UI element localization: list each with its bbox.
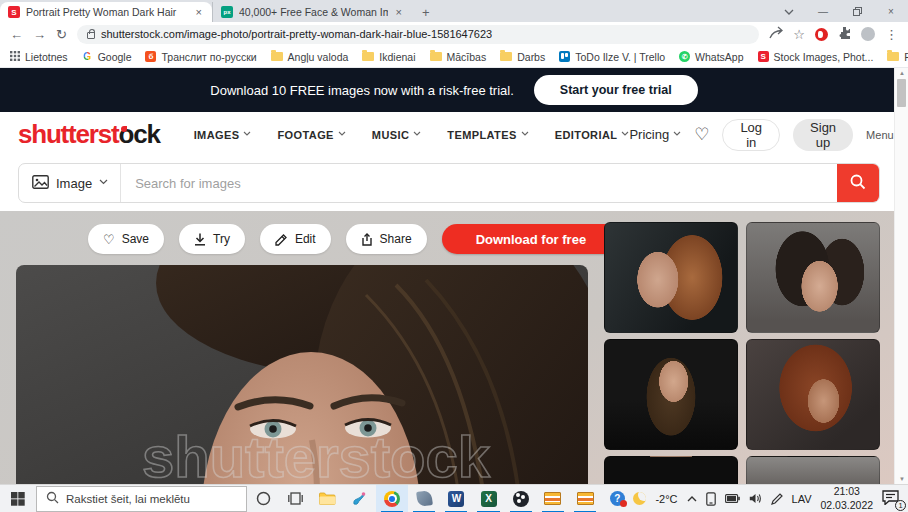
vertical-scrollbar[interactable]: ▲ ▼ [894,68,908,484]
google-icon: G [82,51,93,62]
main-nav: IMAGES FOOTAGE MUSIC TEMPLATES EDITORIAL [194,129,630,141]
bookmark-folder-macibas[interactable]: Mācības [430,51,487,63]
share-button[interactable]: Share [346,224,427,254]
app-icon [416,490,433,507]
extension-red-icon[interactable] [815,28,828,41]
bookmark-trello[interactable]: ToDo Ilze V. | Trello [559,51,665,63]
bookmark-stock-images[interactable]: S Stock Images, Phot... [758,51,874,63]
search-icon [849,173,867,194]
language-indicator[interactable]: LAV [792,493,812,505]
word-button[interactable]: W [440,485,472,512]
app-swoosh-button[interactable] [408,485,440,512]
scroll-down-arrow-icon[interactable]: ▼ [895,476,908,482]
nav-music[interactable]: MUSIC [372,129,421,141]
speaker-icon[interactable] [749,493,762,504]
scroll-up-arrow-icon[interactable]: ▲ [895,70,908,76]
close-window-button[interactable]: × [874,6,908,17]
heart-icon: ♡ [103,233,115,246]
chrome-taskbar-button[interactable] [376,485,408,512]
dictionary-app-button-2[interactable] [569,485,601,512]
pricing-menu[interactable]: Pricing [629,127,681,142]
bookmark-label: Darbs [517,51,545,63]
date-label: 02.03.2022 [821,499,874,512]
battery-icon[interactable] [725,494,740,503]
browser-tab-inactive[interactable]: px 40,000+ Free Face & Woman Ima × [212,2,412,22]
browser-tab-active[interactable]: S Portrait Pretty Woman Dark Hair × [0,2,212,22]
share-page-icon[interactable] [769,25,783,43]
bookmark-folder-darbs[interactable]: Darbs [500,51,545,63]
similar-images-grid [604,222,880,512]
bookmark-apps[interactable]: Lietotnes [10,51,68,63]
favorites-heart-icon[interactable]: ♡ [694,126,709,143]
cortana-button[interactable] [247,485,279,512]
bookmark-google[interactable]: G Google [82,51,132,63]
browser-menu-kebab-icon[interactable]: ⋮ [885,28,898,41]
similar-image-thumbnail[interactable] [746,222,880,333]
download-arrow-icon [194,233,206,246]
tab-search-chevron-icon[interactable] [772,6,806,17]
hidden-icons-chevron[interactable] [687,496,697,502]
dictionary-app-button[interactable] [537,485,569,512]
bookmark-translit[interactable]: б Транслит по-русски [145,51,256,63]
taskbar-search-box[interactable] [36,486,247,512]
search-icon [46,490,59,508]
start-button[interactable] [0,485,36,512]
new-tab-button[interactable]: + [412,5,440,22]
profile-avatar[interactable] [861,27,875,41]
nav-templates[interactable]: TEMPLATES [447,129,528,141]
minimize-window-button[interactable]: — [806,6,840,17]
login-button[interactable]: Log in [722,119,780,151]
help-button[interactable]: ? [601,485,633,512]
search-section: Image [0,157,908,211]
search-input[interactable] [121,176,837,191]
download-for-free-button[interactable]: Download for free [442,224,621,254]
url-field[interactable]: shutterstock.com/image-photo/portrait-pr… [77,25,759,44]
forward-icon[interactable]: → [33,28,46,41]
search-button[interactable] [837,164,879,202]
weather-moon-icon[interactable] [633,492,646,505]
action-buttons-row: ♡ Save Try Edit Share Download for free [88,224,620,254]
back-icon[interactable]: ← [10,28,23,41]
temperature-label[interactable]: -2°C [655,493,677,505]
maximize-window-button[interactable] [840,6,874,17]
taskbar-clock[interactable]: 21:03 02.03.2022 [821,485,874,511]
signup-button[interactable]: Sign up [793,119,853,151]
bookmark-folder-rokdarbi[interactable]: Rokdarbi [887,51,908,63]
shutterstock-logo[interactable]: shutterst o ck [18,119,160,150]
tab-title: 40,000+ Free Face & Woman Ima [239,6,388,18]
similar-image-thumbnail[interactable] [746,339,880,450]
file-explorer-button[interactable] [312,485,344,512]
bookmark-folder-anglu[interactable]: Angļu valoda [271,51,349,63]
paint3d-button[interactable] [344,485,376,512]
nav-footage[interactable]: FOOTAGE [277,129,345,141]
pen-icon[interactable] [771,493,783,505]
save-button[interactable]: ♡ Save [88,224,164,254]
close-tab-icon[interactable]: × [194,6,204,18]
task-view-button[interactable] [279,485,311,512]
chevron-down-icon [243,131,251,139]
excel-icon: X [481,491,497,507]
similar-image-thumbnail[interactable] [604,222,738,333]
extensions-puzzle-icon[interactable] [838,25,851,43]
nav-editorial[interactable]: EDITORIAL [555,129,630,141]
scrollbar-thumb[interactable] [897,79,906,107]
try-button[interactable]: Try [179,224,245,254]
taskbar-search-input[interactable] [66,493,236,505]
bookmark-whatsapp[interactable]: ✆ WhatsApp [679,51,743,63]
bookmark-folder-ikdienai[interactable]: Ikdienai [362,51,415,63]
menu-button[interactable]: Menu [866,129,894,141]
tab-title: Portrait Pretty Woman Dark Hair [26,6,188,18]
your-phone-icon[interactable] [706,492,716,506]
close-tab-icon[interactable]: × [394,6,404,18]
browser-tab-bar: S Portrait Pretty Woman Dark Hair × px 4… [0,0,908,22]
edit-button[interactable]: Edit [260,224,331,254]
excel-button[interactable]: X [472,485,504,512]
nav-images[interactable]: IMAGES [194,129,252,141]
start-free-trial-button[interactable]: Start your free trial [534,75,698,105]
reload-icon[interactable]: ↻ [56,28,67,41]
search-type-dropdown[interactable]: Image [19,164,120,202]
similar-image-thumbnail[interactable] [604,339,738,450]
obs-button[interactable] [505,485,537,512]
action-center-button[interactable]: 1 [882,490,902,508]
bookmark-star-icon[interactable]: ☆ [793,28,805,41]
